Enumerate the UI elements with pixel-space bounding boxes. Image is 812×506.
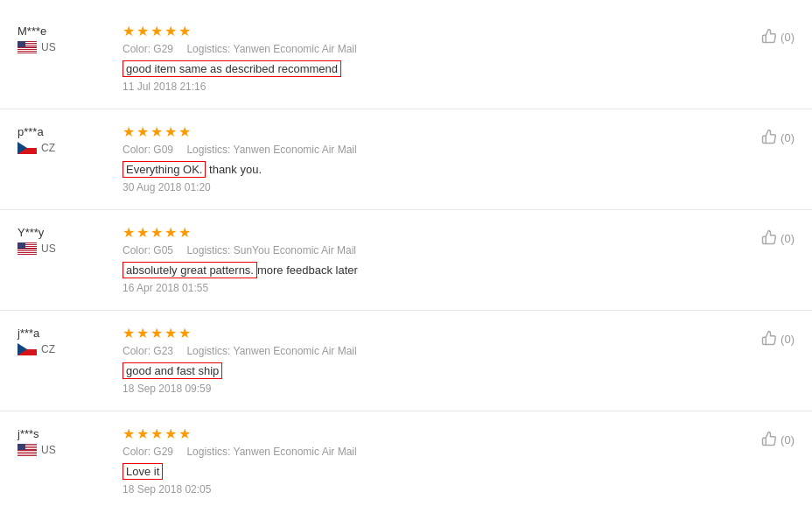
color-label: Color: G23: [122, 345, 173, 357]
reviewer-country: US: [18, 41, 114, 53]
reviewer-name: Y***y: [18, 226, 114, 239]
country-flag: [18, 242, 37, 255]
review-date: 16 Apr 2018 01:55: [122, 282, 794, 294]
reviewer-country: CZ: [18, 142, 114, 154]
star-icon: ★: [150, 25, 163, 39]
review-date: 18 Sep 2018 02:05: [122, 483, 794, 495]
logistics-label: Logistics: Yanwen Economic Air Mail: [186, 144, 356, 156]
reviewer-country: CZ: [18, 343, 114, 355]
review-content: ★★★★★ Color: G29 Logistics: Yanwen Econo…: [114, 25, 794, 93]
review-meta: Color: G09 Logistics: Yanwen Economic Ai…: [122, 144, 794, 156]
logistics-label: Logistics: Yanwen Economic Air Mail: [186, 345, 356, 357]
star-rating: ★★★★★: [122, 125, 794, 139]
review-highlighted-text: good item same as described recommend: [122, 60, 341, 77]
country-flag: [18, 142, 37, 154]
helpful-section[interactable]: (0): [761, 229, 794, 248]
helpful-count: (0): [780, 232, 794, 245]
star-icon: ★: [164, 327, 177, 341]
star-icon: ★: [122, 427, 135, 441]
country-label: US: [41, 41, 56, 53]
reviewer-info: j***s US: [18, 427, 114, 495]
review-item: j***a CZ ★★★★★ Color: G23 Logistics: Yan…: [0, 311, 812, 411]
review-extra-text: thank you.: [206, 163, 262, 176]
reviewer-info: j***a CZ: [18, 327, 114, 395]
review-meta: Color: G29 Logistics: Yanwen Economic Ai…: [122, 446, 794, 458]
star-icon: ★: [136, 427, 149, 441]
logistics-label: Logistics: Yanwen Economic Air Mail: [186, 43, 356, 55]
star-rating: ★★★★★: [122, 25, 794, 39]
review-content: ★★★★★ Color: G05 Logistics: SunYou Econo…: [114, 226, 794, 294]
review-text-wrapper: good item same as described recommend: [122, 62, 794, 75]
review-text-wrapper: Love it: [122, 465, 794, 478]
review-highlighted-text: good and fast ship: [122, 362, 222, 379]
thumbs-up-icon[interactable]: [761, 28, 777, 46]
star-icon: ★: [150, 226, 163, 240]
helpful-count: (0): [780, 131, 794, 144]
star-icon: ★: [164, 226, 177, 240]
thumbs-up-icon[interactable]: [761, 129, 777, 147]
review-text-wrapper: good and fast ship: [122, 364, 794, 377]
reviewer-name: M***e: [18, 25, 114, 38]
color-label: Color: G09: [122, 144, 173, 156]
thumbs-up-icon[interactable]: [761, 431, 777, 449]
review-meta: Color: G23 Logistics: Yanwen Economic Ai…: [122, 345, 794, 357]
star-icon: ★: [122, 327, 135, 341]
thumbs-up-icon[interactable]: [761, 330, 777, 348]
star-icon: ★: [178, 327, 191, 341]
star-icon: ★: [122, 125, 135, 139]
star-icon: ★: [150, 125, 163, 139]
star-icon: ★: [178, 427, 191, 441]
review-text-wrapper: Everything OK. thank you.: [122, 163, 794, 176]
star-icon: ★: [164, 25, 177, 39]
helpful-count: (0): [780, 433, 794, 446]
color-label: Color: G29: [122, 43, 173, 55]
reviewer-info: p***a CZ: [18, 125, 114, 193]
star-icon: ★: [164, 427, 177, 441]
star-icon: ★: [150, 327, 163, 341]
logistics-label: Logistics: Yanwen Economic Air Mail: [186, 446, 356, 458]
country-flag: [18, 444, 37, 456]
review-content: ★★★★★ Color: G29 Logistics: Yanwen Econo…: [114, 427, 794, 495]
review-content: ★★★★★ Color: G09 Logistics: Yanwen Econo…: [114, 125, 794, 193]
color-label: Color: G29: [122, 446, 173, 458]
country-label: CZ: [41, 142, 55, 154]
review-item: Y***y US ★★★★★ Color: G05 Logistics: Sun…: [0, 210, 812, 311]
thumbs-up-icon[interactable]: [761, 229, 777, 248]
country-label: US: [41, 242, 56, 255]
country-flag: [18, 343, 37, 355]
helpful-count: (0): [780, 31, 794, 44]
star-icon: ★: [178, 226, 191, 240]
review-date: 11 Jul 2018 21:16: [122, 81, 794, 93]
reviewer-country: US: [18, 444, 114, 456]
reviewer-name: j***s: [18, 427, 114, 440]
country-label: US: [41, 444, 56, 456]
star-icon: ★: [136, 327, 149, 341]
helpful-section[interactable]: (0): [761, 28, 794, 46]
reviewer-info: Y***y US: [18, 226, 114, 294]
star-icon: ★: [150, 427, 163, 441]
helpful-section[interactable]: (0): [761, 431, 794, 449]
review-item: p***a CZ ★★★★★ Color: G09 Logistics: Yan…: [0, 109, 812, 210]
country-label: CZ: [41, 343, 55, 355]
star-icon: ★: [178, 125, 191, 139]
review-item: j***s US ★★★★★ Color: G29 Logistics: Yan…: [0, 411, 812, 506]
star-icon: ★: [136, 226, 149, 240]
review-date: 30 Aug 2018 01:20: [122, 181, 794, 193]
logistics-label: Logistics: SunYou Economic Air Mail: [186, 244, 356, 257]
review-meta: Color: G29 Logistics: Yanwen Economic Ai…: [122, 43, 794, 55]
review-highlighted-text: Love it: [122, 463, 163, 480]
helpful-section[interactable]: (0): [761, 330, 794, 348]
star-rating: ★★★★★: [122, 427, 794, 441]
review-list: M***e US ★★★★★ Color: G29 Logistics: Yan…: [0, 0, 812, 506]
review-content: ★★★★★ Color: G23 Logistics: Yanwen Econo…: [114, 327, 794, 395]
star-rating: ★★★★★: [122, 226, 794, 240]
star-icon: ★: [136, 25, 149, 39]
color-label: Color: G05: [122, 244, 173, 257]
helpful-section[interactable]: (0): [761, 129, 794, 147]
star-icon: ★: [122, 25, 135, 39]
review-date: 18 Sep 2018 09:59: [122, 383, 794, 395]
country-flag: [18, 41, 37, 53]
reviewer-country: US: [18, 242, 114, 255]
review-meta: Color: G05 Logistics: SunYou Economic Ai…: [122, 244, 794, 257]
reviewer-name: p***a: [18, 125, 114, 138]
